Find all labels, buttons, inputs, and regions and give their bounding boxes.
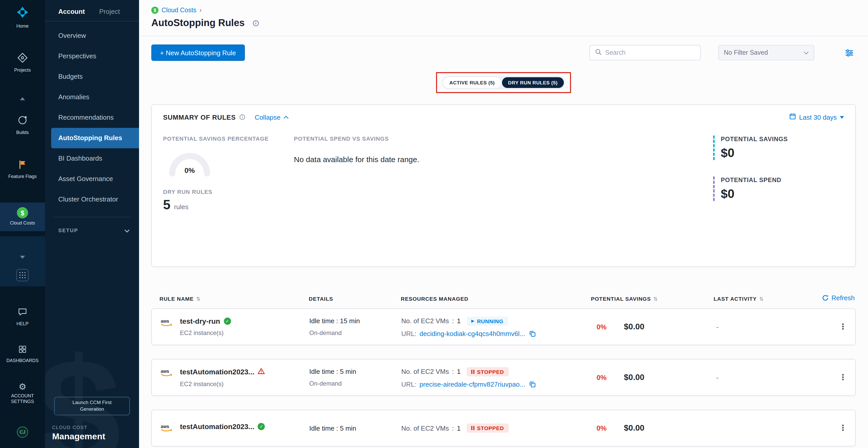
sidebar-item-recommendations[interactable]: Recommendations xyxy=(45,108,139,128)
rule-name-cell: aws testAutomation2023... EC2 instan xyxy=(152,367,309,388)
column-rule-name: RULE NAME xyxy=(151,296,309,302)
rail-item-cloud-costs[interactable]: Cloud Costs xyxy=(0,203,45,231)
rule-name: testAutomation2023... xyxy=(180,422,254,430)
status-badge: STOPPED xyxy=(467,367,508,376)
toolbar: + New AutoStopping Rule No Filter Saved xyxy=(151,44,856,61)
savings-percent: 0% xyxy=(596,424,607,432)
footer-title: Management xyxy=(52,431,105,442)
no-data-message: No data available for this date range. xyxy=(294,155,713,163)
chevron-up-icon xyxy=(20,97,25,100)
table-row[interactable]: aws testAutomation2023... EC2 instan xyxy=(151,359,856,396)
refresh-button[interactable]: Refresh xyxy=(822,294,855,302)
filter-panel-icon[interactable] xyxy=(845,49,854,57)
rail-item-account-settings[interactable]: ACCOUNT SETTINGS xyxy=(0,383,45,405)
help-icon xyxy=(18,307,28,319)
page-title: AutoStopping Rules xyxy=(151,18,245,29)
rule-name: testAutomation2023... xyxy=(180,368,254,376)
play-icon xyxy=(471,319,474,323)
rule-name-stack: test-dry-run EC2 instance(s) xyxy=(180,317,231,336)
rail-collapse-down[interactable] xyxy=(0,256,45,259)
collapse-label: Collapse xyxy=(255,113,280,121)
search-input[interactable] xyxy=(605,49,695,56)
gauge-value: 0% xyxy=(185,167,195,174)
sort-icon[interactable] xyxy=(760,296,764,302)
idle-time: Idle time : 5 min xyxy=(309,424,401,432)
rule-name-stack: testAutomation2023... xyxy=(180,422,265,430)
sidebar-item-budgets[interactable]: Budgets xyxy=(45,66,139,87)
kebab-menu-icon[interactable] xyxy=(839,374,847,382)
launch-ccm-first-gen-button[interactable]: Launch CCM First Generation xyxy=(54,397,130,415)
table-row[interactable]: aws test-dry-run EC2 instance(s) xyxy=(151,308,856,345)
tab-account[interactable]: Account xyxy=(58,8,85,16)
title-row: AutoStopping Rules xyxy=(151,18,856,29)
row-menu-cell xyxy=(832,374,855,382)
date-range-picker[interactable]: Last 30 days xyxy=(789,113,844,121)
grid-icon xyxy=(17,269,29,281)
copy-icon[interactable] xyxy=(529,381,536,387)
sort-icon[interactable] xyxy=(196,296,201,302)
module-picker-button[interactable] xyxy=(0,269,45,281)
sidebar-item-asset-governance[interactable]: Asset Governance xyxy=(45,169,139,189)
idle-time: Idle time : 5 min xyxy=(309,368,401,376)
new-autostopping-rule-button[interactable]: + New AutoStopping Rule xyxy=(151,44,245,61)
header-divider xyxy=(139,36,868,36)
vm-label: No. of EC2 VMs xyxy=(401,424,449,432)
rail-item-home[interactable]: Home xyxy=(0,5,45,29)
kebab-menu-icon[interactable] xyxy=(839,323,847,331)
collapse-toggle[interactable]: Collapse xyxy=(255,113,288,121)
breadcrumb-separator: › xyxy=(199,6,202,14)
aws-logo-icon: aws xyxy=(160,368,174,379)
user-avatar[interactable]: CJ xyxy=(0,426,45,438)
info-icon[interactable] xyxy=(252,20,259,26)
rail-item-dashboards[interactable]: DASHBOARDS xyxy=(0,345,45,364)
active-rules-tab[interactable]: ACTIVE RULES (5) xyxy=(443,77,501,88)
status-label: STOPPED xyxy=(477,425,504,431)
potential-savings-label: POTENTIAL SAVINGS xyxy=(721,136,844,143)
sidebar-item-anomalies[interactable]: Anomalies xyxy=(45,87,139,108)
rail-item-projects[interactable]: Projects xyxy=(0,52,45,73)
sidebar-item-overview[interactable]: Overview xyxy=(45,26,139,46)
avatar-initials: CJ xyxy=(17,426,28,438)
rule-url-link[interactable]: deciding-kodiak-cg4qcs4h0mmv6l... xyxy=(420,330,525,337)
setup-label: SETUP xyxy=(58,227,78,233)
sidebar-item-perspectives[interactable]: Perspectives xyxy=(45,46,139,66)
footer-eyebrow: CLOUD COST xyxy=(52,425,105,430)
table-row[interactable]: aws testAutomation2023... Idle time : 5 … xyxy=(151,410,856,446)
sort-icon[interactable] xyxy=(653,296,658,302)
resources-cell: No. of EC2 VMs : 1 RUNNING URL: deciding… xyxy=(401,316,591,337)
dry-run-rules-tab[interactable]: DRY RUN RULES (5) xyxy=(502,77,564,88)
resources-cell: No. of EC2 VMs : 1 STOPPED xyxy=(401,423,591,432)
status-badge: STOPPED xyxy=(467,423,508,432)
savings-percentage-column: POTENTIAL SAVINGS PERCENTAGE 0% DRY RUN … xyxy=(163,136,294,213)
sidebar-item-autostopping-rules[interactable]: AutoStopping Rules xyxy=(51,128,139,148)
info-icon[interactable] xyxy=(239,114,245,120)
rule-name: test-dry-run xyxy=(180,317,220,325)
details-cell: Idle time : 15 min On-demand xyxy=(309,317,401,336)
rule-url-link[interactable]: precise-airedale-cfpmv827riuvpao... xyxy=(420,380,525,388)
table-header: RULE NAME DETAILS RESOURCES MANAGED POTE… xyxy=(151,296,856,308)
rail-item-builds[interactable]: Builds xyxy=(0,115,45,136)
search-box[interactable] xyxy=(589,45,701,60)
row-menu-cell xyxy=(832,323,855,331)
main-content: Cloud Costs › AutoStopping Rules + New A… xyxy=(139,0,868,448)
rail-item-help[interactable]: HELP xyxy=(0,307,45,327)
kebab-menu-icon[interactable] xyxy=(839,424,847,432)
column-label: RULE NAME xyxy=(159,296,194,302)
saved-filter-dropdown[interactable]: No Filter Saved xyxy=(718,45,814,60)
aws-logo-icon: aws xyxy=(160,423,174,434)
breadcrumb-cloud-costs-link[interactable]: Cloud Costs xyxy=(161,6,196,13)
column-label: LAST ACTIVITY xyxy=(714,296,757,302)
sidebar-item-cluster-orchestrator[interactable]: Cluster Orchestrator xyxy=(45,189,139,210)
harness-logo-icon xyxy=(16,5,30,22)
tab-project[interactable]: Project xyxy=(99,8,120,16)
dry-run-count-row: 5 rules xyxy=(163,197,294,213)
rail-item-feature-flags[interactable]: Feature Flags xyxy=(0,159,45,180)
saved-filter-value: No Filter Saved xyxy=(724,49,768,56)
sidebar-item-bi-dashboards[interactable]: BI Dashboards xyxy=(45,148,139,169)
setup-section-toggle[interactable]: SETUP xyxy=(45,226,139,235)
copy-icon[interactable] xyxy=(529,330,536,337)
cloud-costs-icon xyxy=(151,6,158,13)
rail-collapse-up[interactable] xyxy=(0,97,45,100)
rail-item-label: ACCOUNT SETTINGS xyxy=(0,393,45,405)
summary-card: SUMMARY OF RULES Collapse Last 30 days xyxy=(151,104,856,267)
